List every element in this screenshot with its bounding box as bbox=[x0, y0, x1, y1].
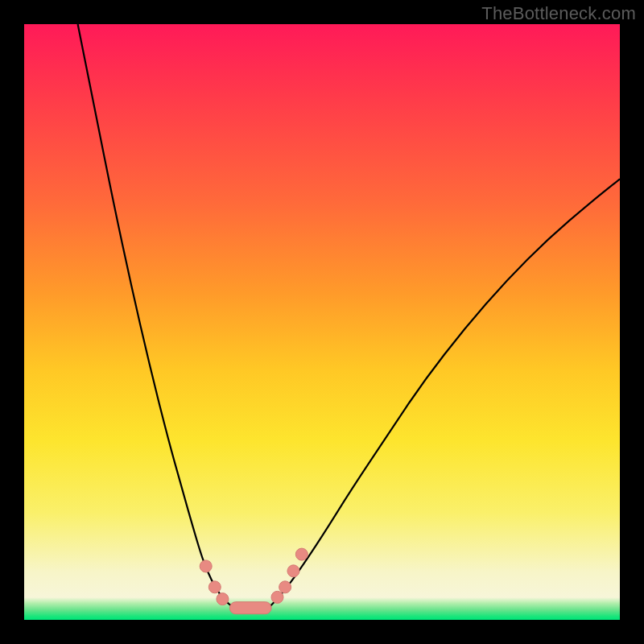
chart-frame: TheBottleneck.com bbox=[0, 0, 644, 644]
watermark-text: TheBottleneck.com bbox=[481, 3, 636, 24]
curve-layer bbox=[24, 24, 620, 620]
curve-left-branch bbox=[78, 24, 236, 608]
bead-marker bbox=[279, 581, 291, 593]
plot-area bbox=[24, 24, 620, 620]
bead-marker bbox=[200, 560, 212, 572]
bead-marker bbox=[295, 548, 308, 560]
bead-marker bbox=[287, 565, 299, 577]
bead-marker bbox=[217, 593, 229, 605]
bead-bar bbox=[229, 602, 271, 614]
curve-right-branch bbox=[268, 179, 620, 608]
bead-marker bbox=[271, 591, 283, 603]
bead-marker bbox=[208, 581, 221, 593]
